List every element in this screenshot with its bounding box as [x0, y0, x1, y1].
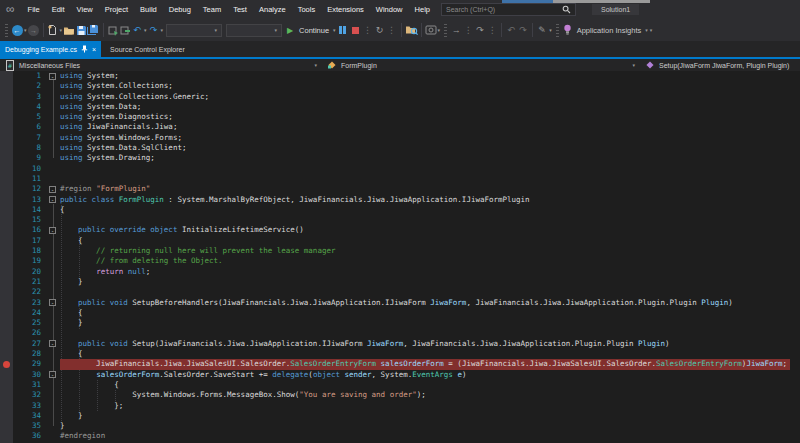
code-line-2[interactable]: 2using System.Collections;: [0, 81, 800, 91]
open-file-button[interactable]: [63, 22, 75, 38]
breakpoint-margin[interactable]: [0, 318, 13, 328]
save-button[interactable]: [75, 22, 87, 38]
fold-toggle-icon[interactable]: -: [49, 227, 56, 234]
pen-dropdown-icon[interactable]: ▾: [549, 27, 552, 33]
pin-icon[interactable]: [81, 45, 88, 53]
breakpoint-margin[interactable]: [0, 215, 13, 225]
breakpoint-margin[interactable]: [0, 308, 13, 318]
undo-button[interactable]: ↶: [131, 22, 143, 38]
breakpoint-margin[interactable]: [0, 298, 13, 308]
breakpoint-margin[interactable]: [0, 236, 13, 246]
breakpoint-margin[interactable]: [0, 71, 13, 81]
breakpoint-margin[interactable]: [0, 328, 13, 338]
code-line-15[interactable]: 15: [0, 215, 800, 225]
project-dropdown[interactable]: # Miscellaneous Files ▾: [0, 59, 322, 71]
code-line-33[interactable]: 33 };: [0, 401, 800, 411]
menu-item-team[interactable]: Team: [197, 0, 227, 19]
breakpoint-margin[interactable]: [0, 349, 13, 359]
editor-tool-icon-2[interactable]: [119, 22, 131, 38]
save-all-button[interactable]: [87, 22, 100, 38]
breakpoint-margin[interactable]: [0, 143, 13, 153]
toolbar-grip[interactable]: [444, 24, 447, 37]
fold-toggle-icon[interactable]: -: [49, 340, 56, 347]
breakpoint-margin[interactable]: [0, 112, 13, 122]
breakpoint-margin[interactable]: [0, 246, 13, 256]
redo-dropdown-icon[interactable]: ▾: [161, 27, 164, 33]
step-more-icon[interactable]: ⋮: [486, 22, 498, 38]
code-line-26[interactable]: 26: [0, 328, 800, 338]
code-line-31[interactable]: 31 {: [0, 380, 800, 390]
code-line-21[interactable]: 21 }: [0, 277, 800, 287]
navigate-backward-button[interactable]: ←: [11, 22, 23, 38]
menu-item-window[interactable]: Window: [370, 0, 409, 19]
application-insights-dropdown-icon[interactable]: ▾: [645, 27, 648, 33]
breakpoint-margin[interactable]: [0, 153, 13, 163]
code-line-32[interactable]: 32 System.Windows.Forms.MessageBox.Show(…: [0, 390, 800, 400]
continue-dropdown-icon[interactable]: ▾: [333, 27, 336, 33]
breakpoint-margin[interactable]: [0, 122, 13, 132]
code-line-7[interactable]: 7using System.Windows.Forms;: [0, 133, 800, 143]
breakpoint-margin[interactable]: [0, 174, 13, 184]
new-file-dropdown-icon[interactable]: ▾: [60, 27, 63, 33]
code-line-17[interactable]: 17 {: [0, 236, 800, 246]
menu-item-test[interactable]: Test: [227, 0, 253, 19]
menu-item-file[interactable]: File: [22, 0, 46, 19]
fold-toggle-icon[interactable]: -: [49, 371, 56, 378]
step-out-button[interactable]: ↷: [474, 22, 486, 38]
code-line-20[interactable]: 20 return null;: [0, 267, 800, 277]
code-line-12[interactable]: 12-#region "FormPlugin": [0, 184, 800, 194]
code-line-34[interactable]: 34 }: [0, 411, 800, 421]
breakpoint-margin[interactable]: [0, 431, 13, 441]
toolbar-combobox-1[interactable]: ▾: [166, 24, 222, 37]
continue-button[interactable]: Continue: [299, 26, 329, 35]
code-area[interactable]: 1-using System;2using System.Collections…: [0, 71, 800, 443]
search-box[interactable]: Search (Ctrl+Q): [441, 3, 576, 16]
navigate-backward-dropdown-icon[interactable]: ▾: [24, 27, 27, 33]
code-line-24[interactable]: 24 {: [0, 308, 800, 318]
code-line-30[interactable]: 30- salesOrderForm.SalesOrder.SaveStart …: [0, 370, 800, 380]
code-line-8[interactable]: 8using System.Data.SqlClient;: [0, 143, 800, 153]
breakpoint-margin[interactable]: [0, 401, 13, 411]
fold-toggle-icon[interactable]: -: [49, 196, 56, 203]
menu-item-build[interactable]: Build: [134, 0, 163, 19]
breakpoint-margin[interactable]: [0, 195, 13, 205]
code-line-6[interactable]: 6using JiwaFinancials.Jiwa;: [0, 122, 800, 132]
editor-tool-icon-1[interactable]: [107, 22, 119, 38]
breakpoint-margin[interactable]: [0, 277, 13, 287]
code-line-14[interactable]: 14{: [0, 205, 800, 215]
code-line-22[interactable]: 22: [0, 287, 800, 297]
breakpoint-margin[interactable]: [0, 411, 13, 421]
code-line-10[interactable]: 10: [0, 164, 800, 174]
code-line-1[interactable]: 1-using System;: [0, 71, 800, 81]
step-over-button[interactable]: →: [450, 22, 462, 38]
menu-item-project[interactable]: Project: [99, 0, 134, 19]
code-line-28[interactable]: 28 {: [0, 349, 800, 359]
tab-source-control-explorer[interactable]: Source Control Explorer: [101, 41, 194, 57]
breakpoint-margin[interactable]: [0, 102, 13, 112]
member-dropdown[interactable]: Setup(JiwaForm JiwaForm, Plugin Plugin): [640, 59, 800, 71]
breakpoint-margin[interactable]: [0, 92, 13, 102]
breakpoint-margin[interactable]: [0, 184, 13, 194]
type-dropdown[interactable]: FormPlugin ▾: [322, 59, 640, 71]
code-line-23[interactable]: 23- public void SetupBeforeHandlers(Jiwa…: [0, 298, 800, 308]
breakpoint-margin[interactable]: [0, 421, 13, 431]
breakpoint-margin[interactable]: [0, 164, 13, 174]
code-line-13[interactable]: 13-public class FormPlugin : System.Mars…: [0, 195, 800, 205]
find-in-files-button[interactable]: [405, 22, 418, 38]
code-line-5[interactable]: 5using System.Diagnostics;: [0, 112, 800, 122]
step-into-icon[interactable]: ⋮: [462, 22, 474, 38]
breakpoint-margin[interactable]: [0, 81, 13, 91]
code-line-16[interactable]: 16- public override object InitializeLif…: [0, 225, 800, 235]
toolbar-grip[interactable]: [556, 24, 559, 37]
menu-item-edit[interactable]: Edit: [46, 0, 71, 19]
breakpoint-margin[interactable]: [0, 267, 13, 277]
navigate-forward-button[interactable]: →: [28, 22, 40, 38]
application-insights-button[interactable]: Application Insights: [577, 26, 642, 35]
new-file-button[interactable]: [47, 22, 59, 38]
fold-toggle-icon[interactable]: -: [49, 299, 56, 306]
pen-tool-button[interactable]: ✎: [536, 22, 548, 38]
snapshot-button[interactable]: [425, 22, 437, 38]
code-line-9[interactable]: 9using System.Drawing;: [0, 153, 800, 163]
breakpoint-margin[interactable]: [0, 133, 13, 143]
fold-toggle-icon[interactable]: -: [49, 73, 56, 80]
